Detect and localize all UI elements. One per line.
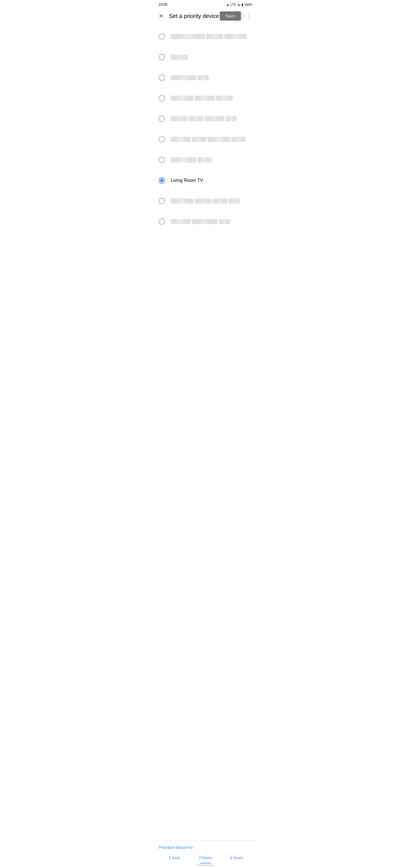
list-item[interactable] bbox=[154, 108, 257, 129]
device-name-skeleton bbox=[171, 55, 252, 60]
app-bar: ✕ Set a priority device ✓ ⋮ Save bbox=[154, 8, 257, 24]
list-item[interactable]: Living Room TV bbox=[154, 170, 257, 191]
device-list: Living Room TV bbox=[154, 24, 257, 269]
device-name-skeleton bbox=[171, 157, 252, 162]
list-item[interactable] bbox=[154, 150, 257, 170]
list-item[interactable] bbox=[154, 67, 257, 88]
battery-level: 100% bbox=[244, 3, 252, 6]
device-name-skeleton bbox=[171, 198, 252, 204]
radio-button[interactable] bbox=[159, 95, 165, 101]
save-button[interactable]: Save bbox=[220, 11, 241, 21]
device-name-skeleton bbox=[171, 137, 252, 142]
device-name-skeleton bbox=[171, 116, 252, 121]
radio-button[interactable] bbox=[159, 177, 165, 184]
battery-icon: ▮ bbox=[242, 3, 243, 6]
list-item[interactable] bbox=[154, 129, 257, 150]
radio-button[interactable] bbox=[159, 33, 165, 40]
list-item[interactable] bbox=[154, 47, 257, 67]
radio-button[interactable] bbox=[159, 116, 165, 122]
list-item[interactable] bbox=[154, 88, 257, 108]
device-name-skeleton bbox=[171, 96, 252, 101]
radio-button[interactable] bbox=[159, 74, 165, 81]
radio-button[interactable] bbox=[159, 198, 165, 204]
status-bar: 10:00 ▲ LTE ▲ ▮ 100% bbox=[154, 0, 257, 8]
list-item[interactable] bbox=[154, 211, 257, 232]
signal-icon: ▲ bbox=[237, 3, 240, 6]
more-options-button[interactable]: ⋮ bbox=[243, 10, 255, 22]
radio-button[interactable] bbox=[159, 218, 165, 225]
lte-label: LTE bbox=[231, 3, 236, 6]
wifi-icon: ▲ bbox=[226, 3, 229, 6]
device-name-skeleton bbox=[171, 34, 252, 39]
device-name-skeleton bbox=[171, 75, 252, 80]
radio-button[interactable] bbox=[159, 136, 165, 143]
status-time: 10:00 bbox=[159, 3, 167, 6]
radio-button[interactable] bbox=[159, 54, 165, 60]
list-item[interactable] bbox=[154, 26, 257, 47]
device-name-skeleton bbox=[171, 219, 252, 224]
list-item[interactable] bbox=[154, 191, 257, 211]
status-icons: ▲ LTE ▲ ▮ 100% bbox=[226, 3, 252, 6]
close-button[interactable]: ✕ bbox=[155, 10, 167, 22]
device-name: Living Room TV bbox=[171, 178, 203, 183]
radio-button[interactable] bbox=[159, 157, 165, 163]
